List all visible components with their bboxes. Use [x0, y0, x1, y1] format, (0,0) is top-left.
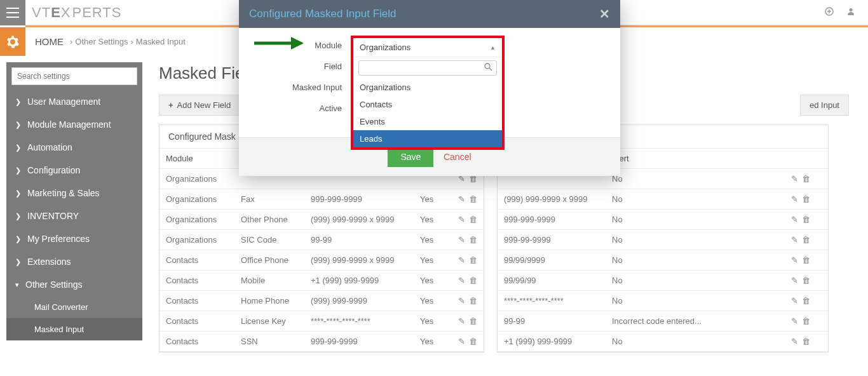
trash-icon[interactable]: 🗑 [802, 194, 810, 204]
sidebar-item-0[interactable]: ❯User Management [6, 90, 142, 113]
chevron-icon: ❯ [15, 212, 21, 220]
dropdown-search-input[interactable] [358, 60, 497, 76]
table-row: ContactsHome Phone(999) 999-9999Yes✎🗑 [159, 291, 484, 311]
user-icon[interactable] [846, 7, 855, 18]
edit-icon[interactable]: ✎ [791, 296, 798, 306]
sidebar-item-5[interactable]: ❯INVENTORY [6, 205, 142, 227]
sidebar-subitem-0[interactable]: Mail Converter [6, 296, 142, 318]
trash-icon[interactable]: 🗑 [469, 255, 477, 265]
sidebar-item-1[interactable]: ❯Module Management [6, 113, 142, 136]
dropdown-option[interactable]: Leads [353, 130, 502, 147]
settings-sidebar: ❯User Management❯Module Management❯Autom… [6, 62, 142, 340]
sidebar-item-label: INVENTORY [27, 211, 79, 221]
label-active: Active [258, 104, 353, 113]
module-dropdown-selected[interactable]: Organizations▲ [353, 38, 502, 57]
edit-icon[interactable]: ✎ [458, 235, 465, 245]
sidebar-item-label: Configuration [27, 165, 80, 175]
sidebar-item-3[interactable]: ❯Configuration [6, 159, 142, 182]
edit-icon[interactable]: ✎ [791, 316, 798, 326]
edit-icon[interactable]: ✎ [791, 215, 798, 224]
chevron-icon: ❯ [15, 258, 21, 266]
search-icon [484, 63, 492, 73]
chevron-up-icon: ▲ [490, 44, 496, 51]
trash-icon[interactable]: 🗑 [469, 235, 477, 245]
edit-icon[interactable]: ✎ [791, 174, 798, 184]
breadcrumb-seg1[interactable]: Other Settings [75, 37, 128, 46]
close-icon[interactable]: ✕ [599, 6, 610, 22]
sidebar-item-label: User Management [27, 97, 100, 107]
logo: VTEXPERTS [32, 4, 121, 21]
chevron-icon: ❯ [15, 189, 21, 198]
sidebar-item-4[interactable]: ❯Marketing & Sales [6, 182, 142, 205]
edit-icon[interactable]: ✎ [458, 276, 465, 285]
edit-icon[interactable]: ✎ [458, 215, 465, 224]
sidebar-item-label: Automation [27, 142, 72, 152]
search-settings-input[interactable] [11, 67, 137, 85]
breadcrumb-seg2: Masked Input [136, 37, 186, 46]
edit-icon[interactable]: ✎ [458, 316, 465, 326]
cancel-button[interactable]: Cancel [444, 152, 471, 162]
trash-icon[interactable]: 🗑 [469, 296, 477, 306]
trash-icon[interactable]: 🗑 [802, 316, 810, 326]
edit-icon[interactable]: ✎ [791, 194, 798, 204]
dropdown-option[interactable]: Organizations [353, 79, 502, 96]
chevron-icon: ❯ [15, 98, 21, 106]
trash-icon[interactable]: 🗑 [802, 255, 810, 265]
edit-icon[interactable]: ✎ [458, 296, 465, 306]
trash-icon[interactable]: 🗑 [802, 337, 810, 346]
sidebar-item-6[interactable]: ❯My Preferences [6, 227, 142, 250]
svg-rect-2 [6, 17, 19, 18]
right-tab-button[interactable]: ed Input [800, 95, 849, 116]
trash-icon[interactable]: 🗑 [802, 276, 810, 285]
edit-icon[interactable]: ✎ [791, 337, 798, 346]
table-row: ContactsMobile+1 (999) 999-9999Yes✎🗑 [159, 271, 484, 291]
trash-icon[interactable]: 🗑 [469, 316, 477, 326]
edit-icon[interactable]: ✎ [791, 235, 798, 245]
table-row: +1 (999) 999-9999No✎🗑 [498, 332, 828, 352]
sidebar-subitem-1[interactable]: Masked Input [6, 318, 142, 340]
sidebar-item-7[interactable]: ❯Extensions [6, 250, 142, 273]
sidebar-item-label: Extensions [27, 257, 71, 267]
chevron-icon: ❯ [15, 235, 21, 243]
table-row: ContactsOffice Phone(999) 999-9999 x 999… [159, 250, 484, 271]
label-field: Field [258, 62, 353, 71]
trash-icon[interactable]: 🗑 [802, 174, 810, 184]
chevron-icon: ▾ [15, 281, 19, 289]
svg-point-7 [485, 64, 490, 69]
sidebar-item-8[interactable]: ▾Other Settings [6, 273, 142, 296]
trash-icon[interactable]: 🗑 [802, 296, 810, 306]
dropdown-option[interactable]: Events [353, 113, 502, 130]
sidebar-item-label: Marketing & Sales [27, 188, 100, 198]
edit-icon[interactable]: ✎ [791, 255, 798, 265]
table-row: 99-99Incorrect code entered...✎🗑 [498, 311, 828, 332]
trash-icon[interactable]: 🗑 [802, 215, 810, 224]
edit-icon[interactable]: ✎ [458, 337, 465, 346]
sidebar-item-label: My Preferences [27, 234, 90, 244]
annotation-arrow [253, 36, 304, 53]
dropdown-option[interactable]: Contacts [353, 96, 502, 113]
trash-icon[interactable]: 🗑 [469, 215, 477, 224]
trash-icon[interactable]: 🗑 [469, 337, 477, 346]
hamburger-menu[interactable] [0, 0, 25, 25]
sidebar-item-label: Other Settings [25, 279, 83, 290]
table-row: ****-****-****-****No✎🗑 [498, 291, 828, 311]
svg-rect-0 [6, 8, 19, 9]
modal-title: Configured Masked Input Field [249, 8, 397, 20]
add-new-field-button[interactable]: +Add New Field [159, 95, 240, 116]
breadcrumb-home[interactable]: HOME [35, 36, 64, 47]
module-dropdown-panel: Organizations▲ OrganizationsContactsEven… [351, 36, 505, 150]
edit-icon[interactable]: ✎ [458, 194, 465, 204]
chevron-icon: ❯ [15, 144, 21, 152]
plus-icon[interactable] [825, 7, 834, 18]
table-row: ContactsLicense Key****-****-****-****Ye… [159, 311, 484, 332]
chevron-icon: ❯ [15, 166, 21, 175]
edit-icon[interactable]: ✎ [458, 255, 465, 265]
settings-gear-tab[interactable] [0, 27, 25, 56]
edit-icon[interactable]: ✎ [791, 276, 798, 285]
sidebar-item-2[interactable]: ❯Automation [6, 136, 142, 159]
trash-icon[interactable]: 🗑 [802, 235, 810, 245]
trash-icon[interactable]: 🗑 [469, 276, 477, 285]
trash-icon[interactable]: 🗑 [469, 194, 477, 204]
table-row: OrganizationsOther Phone(999) 999-9999 x… [159, 210, 484, 230]
chevron-icon: ❯ [15, 121, 21, 129]
